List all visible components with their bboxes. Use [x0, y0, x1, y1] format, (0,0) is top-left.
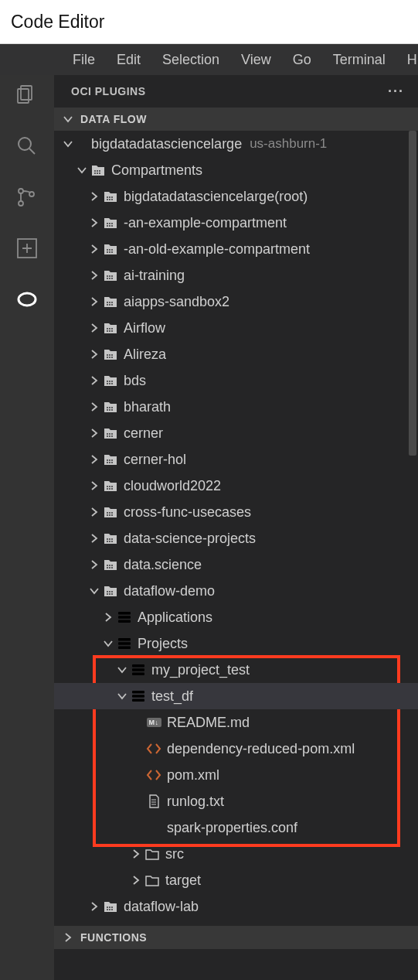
chevron-right-icon — [87, 454, 102, 465]
compartment-folder-icon — [102, 398, 119, 415]
compartment-label: cerner-hol — [124, 452, 186, 468]
compartment-folder-icon — [102, 241, 119, 258]
chevron-right-icon — [87, 533, 102, 544]
tree-compartment[interactable]: aiapps-sandbox2 — [54, 289, 418, 315]
compartment-folder-icon — [102, 346, 119, 363]
tree-compartment[interactable]: cerner-hol — [54, 446, 418, 473]
tree-file-readme[interactable]: M↓ README.md — [54, 709, 418, 736]
compartment-label: data.science — [124, 557, 202, 573]
menu-view[interactable]: View — [230, 52, 282, 68]
menu-file[interactable]: File — [62, 52, 106, 68]
search-icon[interactable] — [15, 134, 39, 159]
tree-compartment[interactable]: ai-training — [54, 262, 418, 289]
section-data-flow[interactable]: DATA FLOW — [54, 108, 418, 131]
explorer-icon[interactable] — [15, 83, 39, 108]
text-file-icon — [145, 793, 162, 810]
projects-icon — [116, 635, 133, 652]
menubar: File Edit Selection View Go Terminal H — [0, 44, 418, 75]
chevron-right-icon — [87, 507, 102, 517]
compartment-folder-icon — [102, 582, 119, 599]
menu-help[interactable]: H — [396, 52, 418, 68]
oci-plugins-icon[interactable] — [15, 287, 39, 312]
chevron-right-icon — [128, 875, 144, 886]
chevron-down-icon — [60, 114, 76, 125]
chevron-right-icon — [128, 849, 144, 859]
tree-compartment[interactable]: -an-old-example-compartment — [54, 236, 418, 262]
tree-project-my-project-test[interactable]: my_project_test — [54, 657, 418, 683]
tree-compartment[interactable]: cloudworld2022 — [54, 473, 418, 499]
source-control-icon[interactable] — [15, 185, 39, 210]
tree-scroll[interactable]: bigdatadatasciencelarge us-ashburn-1 Com… — [54, 131, 418, 980]
tree-file-runlog[interactable]: runlog.txt — [54, 788, 418, 814]
compartment-label: cerner — [124, 425, 163, 442]
compartment-label: bigdatadatasciencelarge(root) — [124, 189, 308, 205]
tree-compartment[interactable]: bharath — [54, 394, 418, 420]
compartment-label: bharath — [124, 399, 171, 415]
chevron-right-icon — [87, 270, 102, 281]
tenancy-name: bigdatadatasciencelarge — [91, 136, 242, 152]
project-icon — [130, 661, 147, 678]
panel-more-icon[interactable]: ··· — [388, 84, 404, 100]
tree-compartment[interactable]: bds — [54, 367, 418, 394]
folder-icon — [144, 845, 161, 862]
compartment-folder-icon — [102, 372, 119, 389]
compartment-folder-icon — [102, 504, 119, 521]
compartment-folder-icon — [102, 319, 119, 336]
chevron-right-icon — [87, 217, 102, 228]
compartment-label: data-science-projects — [124, 531, 256, 547]
chevron-right-icon — [87, 349, 102, 360]
tree-compartment[interactable]: data.science — [54, 551, 418, 578]
chevron-down-icon — [114, 691, 130, 702]
menu-go[interactable]: Go — [282, 52, 322, 68]
tree-projects[interactable]: Projects — [54, 630, 418, 657]
compartment-folder-icon — [102, 293, 119, 310]
chevron-down-icon — [114, 664, 130, 675]
compartment-label: ai-training — [124, 268, 185, 284]
conf-file-icon — [145, 819, 162, 836]
menu-edit[interactable]: Edit — [106, 52, 151, 68]
tree-file-dep-pom[interactable]: dependency-reduced-pom.xml — [54, 736, 418, 762]
tree-folder-src[interactable]: src — [54, 841, 418, 867]
tree-compartment[interactable]: data-science-projects — [54, 525, 418, 551]
add-icon[interactable] — [15, 236, 39, 261]
tree-compartment[interactable]: cerner — [54, 420, 418, 446]
chevron-right-icon — [87, 296, 102, 307]
applications-icon — [116, 609, 133, 626]
tree-compartment[interactable]: -an-example-compartment — [54, 210, 418, 236]
tree-compartment[interactable]: Alireza — [54, 341, 418, 367]
tree-compartment[interactable]: Airflow — [54, 315, 418, 341]
tree-file-spark-conf[interactable]: spark-properties.conf — [54, 814, 418, 841]
oci-plugins-panel: OCI PLUGINS ··· DATA FLOW bigdatadatasci… — [54, 75, 418, 980]
chevron-right-icon — [100, 612, 116, 623]
chevron-right-icon — [87, 901, 102, 912]
compartment-label: Alireza — [124, 347, 166, 363]
tree-applications[interactable]: Applications — [54, 604, 418, 630]
compartment-label: bds — [124, 373, 146, 389]
menu-terminal[interactable]: Terminal — [322, 52, 396, 68]
compartment-folder-icon — [102, 425, 119, 442]
tree-file-pom[interactable]: pom.xml — [54, 762, 418, 788]
tree-compartment-dataflow-lab[interactable]: dataflow-lab — [54, 893, 418, 920]
compartment-folder-icon — [102, 267, 119, 284]
xml-icon — [145, 740, 162, 757]
chevron-down-icon — [100, 638, 116, 649]
chevron-right-icon — [87, 559, 102, 570]
chevron-right-icon — [87, 244, 102, 254]
tree-tenancy[interactable]: bigdatadatasciencelarge us-ashburn-1 — [54, 131, 418, 157]
chevron-down-icon — [87, 586, 102, 596]
compartment-folder-icon — [102, 214, 119, 231]
tree-compartments[interactable]: Compartments — [54, 157, 418, 183]
menu-selection[interactable]: Selection — [151, 52, 230, 68]
compartment-folder-icon — [90, 162, 107, 179]
compartment-label: Airflow — [124, 320, 165, 336]
section-functions[interactable]: FUNCTIONS — [54, 926, 418, 949]
tree-compartment[interactable]: cross-func-usecases — [54, 499, 418, 525]
tree-folder-target[interactable]: target — [54, 867, 418, 893]
compartment-label: cloudworld2022 — [124, 478, 221, 494]
project-icon — [130, 688, 147, 705]
chevron-right-icon — [87, 428, 102, 439]
tree-compartment[interactable]: bigdatadatasciencelarge(root) — [54, 183, 418, 210]
tree-compartment-dataflow-demo[interactable]: dataflow-demo — [54, 578, 418, 604]
compartment-folder-icon — [102, 477, 119, 494]
tree-project-test-df[interactable]: test_df — [54, 683, 418, 709]
